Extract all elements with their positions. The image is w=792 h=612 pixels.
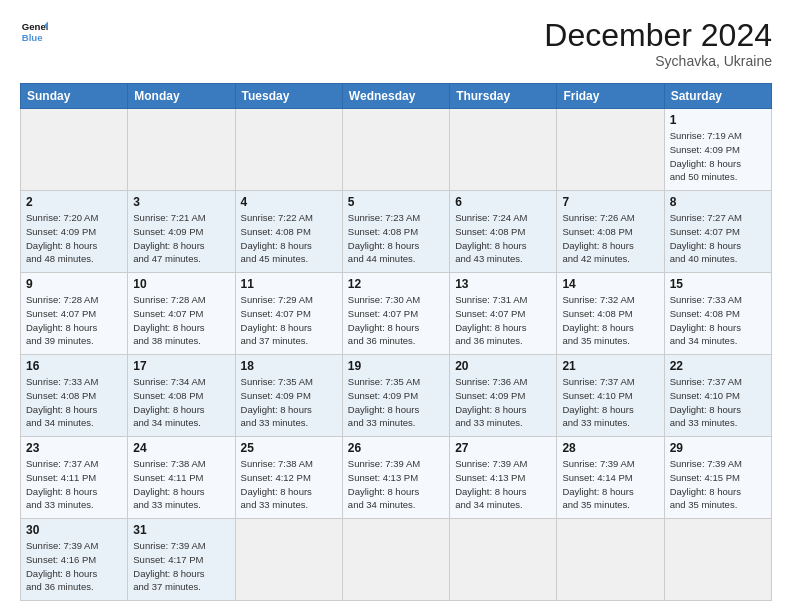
calendar-cell <box>128 109 235 191</box>
day-detail: Sunrise: 7:27 AM Sunset: 4:07 PM Dayligh… <box>670 211 766 266</box>
day-number: 28 <box>562 441 658 455</box>
day-number: 6 <box>455 195 551 209</box>
calendar-cell <box>450 109 557 191</box>
calendar-cell: 28Sunrise: 7:39 AM Sunset: 4:14 PM Dayli… <box>557 437 664 519</box>
day-detail: Sunrise: 7:39 AM Sunset: 4:15 PM Dayligh… <box>670 457 766 512</box>
calendar-cell: 22Sunrise: 7:37 AM Sunset: 4:10 PM Dayli… <box>664 355 771 437</box>
day-detail: Sunrise: 7:33 AM Sunset: 4:08 PM Dayligh… <box>670 293 766 348</box>
svg-text:Blue: Blue <box>22 32 43 43</box>
calendar-cell <box>21 109 128 191</box>
day-number: 11 <box>241 277 337 291</box>
day-number: 3 <box>133 195 229 209</box>
day-detail: Sunrise: 7:32 AM Sunset: 4:08 PM Dayligh… <box>562 293 658 348</box>
calendar-cell: 7Sunrise: 7:26 AM Sunset: 4:08 PM Daylig… <box>557 191 664 273</box>
calendar-cell: 12Sunrise: 7:30 AM Sunset: 4:07 PM Dayli… <box>342 273 449 355</box>
calendar-cell <box>235 109 342 191</box>
calendar-header-cell: Friday <box>557 84 664 109</box>
day-number: 18 <box>241 359 337 373</box>
day-detail: Sunrise: 7:31 AM Sunset: 4:07 PM Dayligh… <box>455 293 551 348</box>
day-number: 16 <box>26 359 122 373</box>
calendar-week-row: 16Sunrise: 7:33 AM Sunset: 4:08 PM Dayli… <box>21 355 772 437</box>
calendar-cell: 26Sunrise: 7:39 AM Sunset: 4:13 PM Dayli… <box>342 437 449 519</box>
calendar-header-row: SundayMondayTuesdayWednesdayThursdayFrid… <box>21 84 772 109</box>
day-detail: Sunrise: 7:21 AM Sunset: 4:09 PM Dayligh… <box>133 211 229 266</box>
location: Sychavka, Ukraine <box>544 53 772 69</box>
calendar-cell: 16Sunrise: 7:33 AM Sunset: 4:08 PM Dayli… <box>21 355 128 437</box>
calendar-cell: 9Sunrise: 7:28 AM Sunset: 4:07 PM Daylig… <box>21 273 128 355</box>
day-detail: Sunrise: 7:37 AM Sunset: 4:10 PM Dayligh… <box>670 375 766 430</box>
calendar-cell: 18Sunrise: 7:35 AM Sunset: 4:09 PM Dayli… <box>235 355 342 437</box>
day-detail: Sunrise: 7:38 AM Sunset: 4:12 PM Dayligh… <box>241 457 337 512</box>
calendar-cell <box>664 519 771 601</box>
day-detail: Sunrise: 7:37 AM Sunset: 4:11 PM Dayligh… <box>26 457 122 512</box>
calendar-cell: 1Sunrise: 7:19 AM Sunset: 4:09 PM Daylig… <box>664 109 771 191</box>
calendar-cell: 23Sunrise: 7:37 AM Sunset: 4:11 PM Dayli… <box>21 437 128 519</box>
day-detail: Sunrise: 7:35 AM Sunset: 4:09 PM Dayligh… <box>241 375 337 430</box>
day-number: 5 <box>348 195 444 209</box>
day-detail: Sunrise: 7:29 AM Sunset: 4:07 PM Dayligh… <box>241 293 337 348</box>
calendar-cell: 14Sunrise: 7:32 AM Sunset: 4:08 PM Dayli… <box>557 273 664 355</box>
logo-icon: General Blue <box>20 18 48 46</box>
calendar-cell: 6Sunrise: 7:24 AM Sunset: 4:08 PM Daylig… <box>450 191 557 273</box>
day-detail: Sunrise: 7:36 AM Sunset: 4:09 PM Dayligh… <box>455 375 551 430</box>
page: General Blue December 2024 Sychavka, Ukr… <box>0 0 792 611</box>
calendar-week-row: 1Sunrise: 7:19 AM Sunset: 4:09 PM Daylig… <box>21 109 772 191</box>
calendar-header-cell: Sunday <box>21 84 128 109</box>
day-detail: Sunrise: 7:39 AM Sunset: 4:16 PM Dayligh… <box>26 539 122 594</box>
calendar-cell: 19Sunrise: 7:35 AM Sunset: 4:09 PM Dayli… <box>342 355 449 437</box>
header: General Blue December 2024 Sychavka, Ukr… <box>20 18 772 69</box>
day-detail: Sunrise: 7:33 AM Sunset: 4:08 PM Dayligh… <box>26 375 122 430</box>
day-detail: Sunrise: 7:23 AM Sunset: 4:08 PM Dayligh… <box>348 211 444 266</box>
calendar-header-cell: Monday <box>128 84 235 109</box>
day-number: 12 <box>348 277 444 291</box>
calendar-header-cell: Saturday <box>664 84 771 109</box>
calendar-cell <box>450 519 557 601</box>
day-detail: Sunrise: 7:34 AM Sunset: 4:08 PM Dayligh… <box>133 375 229 430</box>
calendar-cell: 20Sunrise: 7:36 AM Sunset: 4:09 PM Dayli… <box>450 355 557 437</box>
calendar-header-cell: Tuesday <box>235 84 342 109</box>
day-number: 15 <box>670 277 766 291</box>
day-number: 4 <box>241 195 337 209</box>
calendar-table: SundayMondayTuesdayWednesdayThursdayFrid… <box>20 83 772 601</box>
day-number: 2 <box>26 195 122 209</box>
day-detail: Sunrise: 7:39 AM Sunset: 4:14 PM Dayligh… <box>562 457 658 512</box>
day-number: 22 <box>670 359 766 373</box>
day-detail: Sunrise: 7:37 AM Sunset: 4:10 PM Dayligh… <box>562 375 658 430</box>
calendar-header-cell: Wednesday <box>342 84 449 109</box>
day-detail: Sunrise: 7:39 AM Sunset: 4:13 PM Dayligh… <box>348 457 444 512</box>
day-number: 14 <box>562 277 658 291</box>
calendar-cell <box>557 109 664 191</box>
calendar-cell: 3Sunrise: 7:21 AM Sunset: 4:09 PM Daylig… <box>128 191 235 273</box>
calendar-cell: 17Sunrise: 7:34 AM Sunset: 4:08 PM Dayli… <box>128 355 235 437</box>
calendar-cell: 8Sunrise: 7:27 AM Sunset: 4:07 PM Daylig… <box>664 191 771 273</box>
calendar-cell: 30Sunrise: 7:39 AM Sunset: 4:16 PM Dayli… <box>21 519 128 601</box>
day-number: 31 <box>133 523 229 537</box>
day-number: 8 <box>670 195 766 209</box>
calendar-cell: 31Sunrise: 7:39 AM Sunset: 4:17 PM Dayli… <box>128 519 235 601</box>
calendar-cell: 15Sunrise: 7:33 AM Sunset: 4:08 PM Dayli… <box>664 273 771 355</box>
day-number: 29 <box>670 441 766 455</box>
day-number: 10 <box>133 277 229 291</box>
calendar-cell: 21Sunrise: 7:37 AM Sunset: 4:10 PM Dayli… <box>557 355 664 437</box>
day-detail: Sunrise: 7:38 AM Sunset: 4:11 PM Dayligh… <box>133 457 229 512</box>
calendar-cell: 10Sunrise: 7:28 AM Sunset: 4:07 PM Dayli… <box>128 273 235 355</box>
day-number: 26 <box>348 441 444 455</box>
calendar-cell: 4Sunrise: 7:22 AM Sunset: 4:08 PM Daylig… <box>235 191 342 273</box>
day-number: 30 <box>26 523 122 537</box>
day-detail: Sunrise: 7:35 AM Sunset: 4:09 PM Dayligh… <box>348 375 444 430</box>
day-number: 25 <box>241 441 337 455</box>
calendar-cell: 24Sunrise: 7:38 AM Sunset: 4:11 PM Dayli… <box>128 437 235 519</box>
day-number: 19 <box>348 359 444 373</box>
day-detail: Sunrise: 7:24 AM Sunset: 4:08 PM Dayligh… <box>455 211 551 266</box>
month-title: December 2024 <box>544 18 772 53</box>
calendar-cell: 25Sunrise: 7:38 AM Sunset: 4:12 PM Dayli… <box>235 437 342 519</box>
day-number: 13 <box>455 277 551 291</box>
calendar-cell: 13Sunrise: 7:31 AM Sunset: 4:07 PM Dayli… <box>450 273 557 355</box>
calendar-week-row: 23Sunrise: 7:37 AM Sunset: 4:11 PM Dayli… <box>21 437 772 519</box>
calendar-cell <box>235 519 342 601</box>
day-number: 17 <box>133 359 229 373</box>
calendar-cell <box>342 519 449 601</box>
calendar-cell: 2Sunrise: 7:20 AM Sunset: 4:09 PM Daylig… <box>21 191 128 273</box>
day-detail: Sunrise: 7:22 AM Sunset: 4:08 PM Dayligh… <box>241 211 337 266</box>
logo: General Blue <box>20 18 48 46</box>
